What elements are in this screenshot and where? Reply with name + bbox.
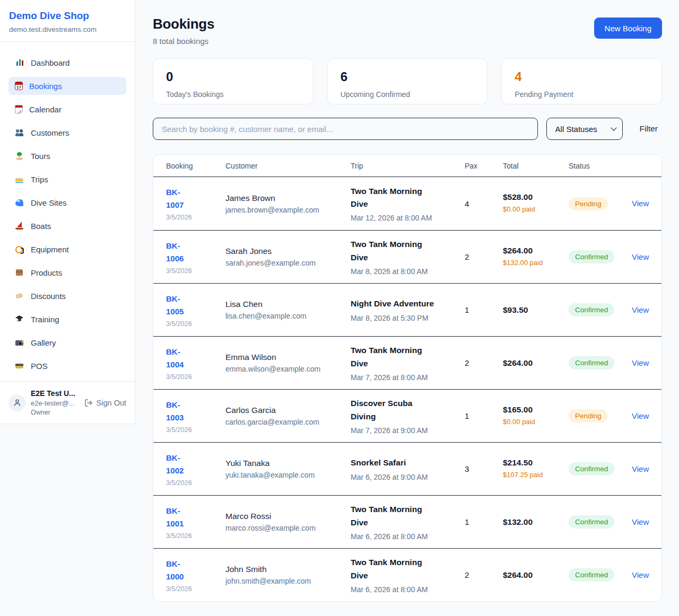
status-badge: Confirmed [569, 303, 614, 316]
booking-cell: BK-1007 3/5/2026 [166, 186, 225, 221]
booking-id-link[interactable]: BK-1005 [166, 293, 196, 318]
table-row: BK-1000 3/5/2026 John Smith john.smith@e… [153, 548, 661, 601]
view-link[interactable]: View [632, 464, 649, 473]
booking-id-link[interactable]: BK-1001 [166, 505, 196, 530]
booking-date: 3/5/2026 [166, 214, 225, 221]
sidebar-item-training[interactable]: Training [8, 310, 126, 328]
filter-button[interactable]: Filter [636, 124, 662, 134]
table-header-row: BookingCustomerTripPaxTotalStatus [153, 155, 661, 177]
person-icon [13, 398, 22, 407]
total-amount: $264.00 [503, 570, 569, 580]
trip-cell: Two Tank Morning Dive Mar 8, 2026 at 8:0… [351, 238, 465, 275]
booking-date: 3/5/2026 [166, 267, 225, 275]
user-row: E2E Test U... e2e-tester@... Owner Sign … [0, 381, 135, 424]
booking-id-link[interactable]: BK-1006 [166, 240, 196, 265]
sidebar-header: Demo Dive Shop demo.test.divestreams.com [0, 0, 135, 42]
booking-id-link[interactable]: BK-1000 [166, 558, 196, 583]
sidebar-item-label: Boats [31, 222, 51, 231]
sidebar-item-products[interactable]: Products [8, 263, 126, 281]
status-select[interactable]: All Statuses [546, 118, 623, 140]
table-row: BK-1003 3/5/2026 Carlos Garcia carlos.ga… [153, 389, 661, 442]
total-cell: $264.00 [503, 358, 569, 368]
view-cell: View [632, 305, 649, 315]
sidebar-item-calendar[interactable]: Calendar [8, 100, 126, 118]
column-header-booking: Booking [166, 162, 225, 170]
trip-datetime: Mar 8, 2026 at 5:30 PM [351, 314, 465, 322]
sidebar-item-label: Customers [31, 128, 69, 137]
customer-name: Yuki Tanaka [225, 459, 351, 468]
view-link[interactable]: View [632, 305, 649, 314]
view-link[interactable]: View [632, 570, 649, 579]
booking-cell: BK-1005 3/5/2026 [166, 293, 225, 328]
status-badge: Confirmed [569, 462, 614, 476]
sidebar-item-boats[interactable]: Boats [8, 217, 126, 235]
booking-cell: BK-1003 3/5/2026 [166, 399, 225, 434]
booking-cell: BK-1002 3/5/2026 [166, 452, 225, 487]
sidebar-item-customers[interactable]: Customers [8, 124, 126, 142]
island-icon [15, 152, 24, 160]
customer-cell: Lisa Chen lisa.chen@example.com [225, 300, 351, 320]
trip-datetime: Mar 7, 2026 at 9:00 AM [351, 426, 465, 435]
filter-controls: All Statuses Filter [153, 118, 662, 140]
total-cell: $264.00 [503, 570, 569, 580]
pax-cell: 2 [465, 252, 503, 261]
sidebar-item-dive-sites[interactable]: Dive Sites [8, 193, 126, 212]
customer-email: lisa.chen@example.com [225, 312, 351, 320]
trip-datetime: Mar 7, 2026 at 8:00 AM [351, 373, 465, 382]
diving-mask-icon [15, 245, 24, 253]
booking-cell: BK-1001 3/5/2026 [166, 505, 225, 540]
customer-cell: Sarah Jones sarah.jones@example.com [225, 247, 351, 267]
trip-cell: Two Tank Morning Dive Mar 12, 2026 at 8:… [351, 185, 465, 222]
view-link[interactable]: View [632, 411, 649, 420]
stat-card: 0 Today's Bookings [153, 58, 314, 104]
customer-cell: Carlos Garcia carlos.garcia@example.com [225, 406, 351, 426]
pax-cell: 1 [465, 517, 503, 526]
booking-id-link[interactable]: BK-1004 [166, 346, 196, 371]
view-cell: View [632, 570, 649, 580]
customer-email: john.smith@example.com [225, 577, 351, 585]
sidebar-item-pos[interactable]: POS [8, 357, 126, 375]
booking-id-link[interactable]: BK-1007 [166, 186, 196, 212]
user-email: e2e-tester@... [31, 399, 75, 407]
bar-chart-icon [15, 58, 24, 67]
sidebar-item-dashboard[interactable]: Dashboard [8, 54, 126, 72]
view-link[interactable]: View [632, 199, 649, 208]
stat-label: Today's Bookings [166, 90, 300, 99]
status-cell: Confirmed [569, 515, 632, 529]
trip-name: Discover Scuba Diving [351, 397, 436, 423]
customer-cell: Yuki Tanaka yuki.tanaka@example.com [225, 459, 351, 479]
status-cell: Confirmed [569, 356, 632, 369]
booking-cell: BK-1006 3/5/2026 [166, 240, 225, 275]
view-link[interactable]: View [632, 358, 649, 367]
sidebar-item-gallery[interactable]: Gallery [8, 333, 126, 351]
booking-date: 3/5/2026 [166, 320, 225, 328]
sidebar-item-tours[interactable]: Tours [8, 147, 126, 165]
sidebar-item-trips[interactable]: Trips [8, 170, 126, 188]
sign-out-icon [84, 399, 93, 407]
booking-id-link[interactable]: BK-1002 [166, 452, 196, 477]
sidebar-item-equipment[interactable]: Equipment [8, 240, 126, 258]
view-cell: View [632, 252, 649, 262]
sidebar-item-discounts[interactable]: Discounts [8, 287, 126, 305]
view-link[interactable]: View [632, 517, 649, 526]
sign-out-button[interactable]: Sign Out [84, 399, 126, 407]
customer-email: carlos.garcia@example.com [225, 418, 351, 426]
total-cell: $132.00 [503, 517, 569, 527]
graduation-cap-icon [15, 315, 24, 323]
search-input[interactable] [153, 118, 538, 140]
trip-name: Two Tank Morning Dive [351, 556, 436, 582]
column-header-customer: Customer [225, 162, 351, 170]
trip-cell: Two Tank Morning Dive Mar 7, 2026 at 8:0… [351, 344, 465, 381]
status-badge: Confirmed [569, 250, 614, 263]
stat-label: Upcoming Confirmed [341, 90, 475, 99]
view-link[interactable]: View [632, 252, 649, 261]
status-cell: Confirmed [569, 303, 632, 316]
sidebar-item-label: Gallery [31, 338, 56, 347]
sidebar-item-label: Calendar [29, 105, 62, 114]
stat-label: Pending Payment [515, 90, 649, 99]
trip-cell: Snorkel Safari Mar 6, 2026 at 9:00 AM [351, 456, 465, 481]
booking-id-link[interactable]: BK-1003 [166, 399, 196, 424]
sidebar-item-bookings[interactable]: Bookings [8, 77, 126, 95]
stat-value: 6 [341, 69, 475, 84]
new-booking-button[interactable]: New Booking [594, 17, 662, 39]
